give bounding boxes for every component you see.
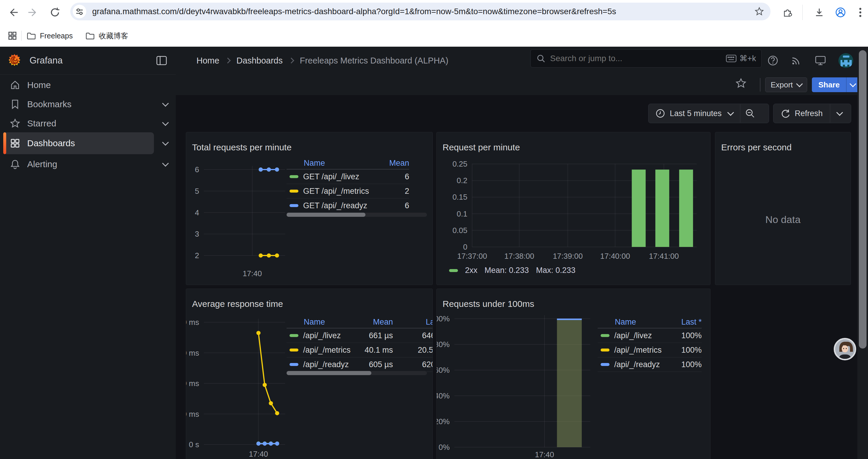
legend-scrollbar[interactable] [286,371,427,375]
bookmark-star-icon[interactable] [754,7,764,16]
expand-chevron-icon[interactable] [155,122,176,125]
svg-text:60%: 60% [437,366,450,374]
screen: Freeleaps 收藏博客 Grafana [0,0,868,459]
series-name[interactable]: /api/_/livez [614,331,652,340]
legend-col-name[interactable]: Name [598,318,663,327]
series-name[interactable]: /api/_/livez [303,331,341,340]
expand-chevron-icon[interactable] [155,103,176,106]
site-settings-icon[interactable] [73,5,86,18]
download-icon[interactable] [812,0,827,25]
brand-name[interactable]: Grafana [30,55,63,66]
share-split-button: Share [812,77,860,92]
legend-col-mean[interactable]: Mean [371,159,409,168]
page-scrollbar-thumb[interactable] [859,50,867,349]
panel-avg-response-time: 80 ms60 ms40 ms20 ms0 s17:40 Average res… [186,289,433,459]
expand-chevron-icon[interactable] [155,163,176,166]
folder-icon [27,32,36,40]
series-color-pill[interactable] [289,363,299,366]
favorite-star-icon[interactable] [735,78,747,89]
refresh-interval-button[interactable] [830,104,849,123]
sidebar-item-starred[interactable]: Starred [0,114,176,133]
apps-grid-icon[interactable] [8,31,17,40]
svg-text:60 ms: 60 ms [186,349,199,357]
user-avatar[interactable] [838,47,854,74]
series-color-pill[interactable] [601,363,610,366]
sidebar-toggle-icon[interactable] [156,56,167,65]
panel-title[interactable]: Errors per second [721,142,792,153]
legend-col-name[interactable]: Name [286,318,354,327]
bookmark-item-freeleaps[interactable]: Freeleaps [27,32,73,40]
grafana-logo[interactable] [8,54,21,67]
extensions-icon[interactable] [780,0,795,25]
series-color-pill[interactable] [449,269,458,272]
export-button[interactable]: Export [765,77,807,92]
legend-col-last[interactable]: Last * [393,318,433,327]
legend-col-name[interactable]: Name [286,159,325,168]
forward-icon[interactable] [27,0,39,25]
series-name[interactable]: /api/_/readyz [614,360,660,369]
address-bar[interactable] [70,3,771,21]
news-rss-icon[interactable] [791,47,806,74]
series-name[interactable]: GET /api/_/metrics [303,187,369,196]
series-color-pill[interactable] [289,334,299,337]
breadcrumb-current: Freeleaps Metrics Dashboard (ALPHA) [300,56,448,66]
legend-scrollbar-thumb[interactable] [286,213,366,217]
series-color-pill[interactable] [601,334,610,337]
svg-text:0%: 0% [438,443,450,452]
legend-col-last[interactable]: Last * [663,318,702,327]
search-input[interactable] [550,54,726,64]
series-last: 20.5 ms [393,346,433,355]
expand-chevron-icon[interactable] [155,142,176,145]
breadcrumb-home[interactable]: Home [196,56,219,66]
assistant-avatar[interactable] [834,338,856,360]
series-name[interactable]: GET /api/_/livez [303,172,359,182]
monitor-icon[interactable] [815,47,830,74]
legend-col-mean[interactable]: Mean [354,318,393,327]
legend-scrollbar-thumb[interactable] [286,371,371,375]
svg-text:0.15: 0.15 [452,193,467,201]
panel-title[interactable]: Request per minute [442,142,520,153]
url-input[interactable] [92,6,754,17]
refresh-button[interactable]: Refresh [773,104,830,123]
bookmark-item-blogs[interactable]: 收藏博客 [86,31,128,41]
page-scrollbar[interactable] [857,47,868,459]
sidebar-item-alerting[interactable]: Alerting [0,155,176,174]
series-name[interactable]: /api/_/metrics [614,346,662,355]
panel-title[interactable]: Total requests per minute [192,142,291,153]
series-color-pill[interactable] [289,175,299,178]
breadcrumb: Home Dashboards Freeleaps Metrics Dashbo… [196,47,448,74]
breadcrumb-dashboards[interactable]: Dashboards [236,56,282,66]
search-box[interactable]: ⌘+k [530,49,762,68]
toolbar-divider [802,5,803,20]
dashboard-content: Last 5 minutes Refresh 6543217:40 [176,95,868,459]
panel-title[interactable]: Requests under 100ms [442,299,534,309]
zoom-out-button[interactable] [740,104,760,123]
series-color-pill[interactable] [289,204,299,207]
grafana-sidebar: Grafana Home Bookmarks Starred [0,47,176,459]
breadcrumb-separator-icon [288,58,294,64]
series-name[interactable]: /api/_/readyz [303,360,349,369]
series-color-pill[interactable] [601,349,610,352]
series-name[interactable]: GET /api/_/readyz [303,201,367,210]
profile-icon[interactable] [833,0,848,25]
svg-text:40 ms: 40 ms [186,379,199,388]
series-color-pill[interactable] [289,349,299,352]
svg-text:0.05: 0.05 [452,226,467,235]
sidebar-item-bookmarks[interactable]: Bookmarks [0,95,176,114]
sidebar-item-home[interactable]: Home [0,76,176,95]
back-icon[interactable] [6,0,20,25]
panel-title[interactable]: Average response time [192,299,283,309]
series-name[interactable]: /api/_/metrics [303,346,351,355]
series-color-pill[interactable] [289,190,299,193]
series-name[interactable]: 2xx [465,266,477,275]
area-chart[interactable]: 100%80%60%40%20%0%17:40 [437,289,710,459]
legend-scrollbar[interactable] [286,213,427,217]
bar-chart[interactable]: 0.250.20.150.10.05017:37:0017:38:0017:39… [437,132,710,285]
share-button[interactable]: Share [812,77,846,92]
browser-menu-icon[interactable] [854,0,867,25]
series-mean: 40.1 ms [354,346,393,355]
help-icon[interactable] [767,47,782,74]
time-range-picker[interactable]: Last 5 minutes [649,104,740,123]
reload-icon[interactable] [49,0,61,25]
sidebar-item-dashboards[interactable]: Dashboards [0,134,176,153]
